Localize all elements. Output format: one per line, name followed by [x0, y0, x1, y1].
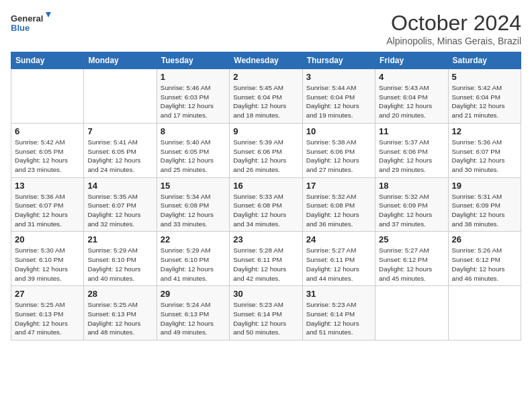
calendar-cell: 19Sunrise: 5:31 AMSunset: 6:09 PMDayligh…	[448, 177, 521, 232]
day-number: 10	[306, 126, 371, 136]
day-info: Sunrise: 5:39 AMSunset: 6:06 PMDaylight:…	[233, 138, 298, 175]
day-info: Sunrise: 5:35 AMSunset: 6:07 PMDaylight:…	[87, 192, 152, 229]
calendar-cell: 5Sunrise: 5:42 AMSunset: 6:04 PMDaylight…	[448, 69, 521, 124]
day-info: Sunrise: 5:26 AMSunset: 6:12 PMDaylight:…	[452, 246, 517, 283]
svg-text:Blue: Blue	[11, 23, 30, 33]
day-number: 26	[452, 234, 517, 244]
calendar-cell: 4Sunrise: 5:43 AMSunset: 6:04 PMDaylight…	[375, 69, 448, 124]
day-info: Sunrise: 5:43 AMSunset: 6:04 PMDaylight:…	[379, 83, 444, 120]
calendar-cell: 17Sunrise: 5:32 AMSunset: 6:08 PMDayligh…	[302, 177, 375, 232]
weekday-header: Thursday	[302, 52, 375, 69]
calendar-cell: 30Sunrise: 5:23 AMSunset: 6:14 PMDayligh…	[230, 286, 302, 340]
day-number: 6	[15, 126, 80, 136]
calendar-cell: 8Sunrise: 5:40 AMSunset: 6:05 PMDaylight…	[157, 123, 229, 177]
calendar-cell: 22Sunrise: 5:29 AMSunset: 6:10 PMDayligh…	[157, 232, 229, 286]
calendar-cell: 18Sunrise: 5:32 AMSunset: 6:09 PMDayligh…	[375, 177, 448, 232]
calendar-week-row: 6Sunrise: 5:42 AMSunset: 6:05 PMDaylight…	[11, 123, 521, 177]
logo: General Blue	[11, 11, 51, 35]
calendar-week-row: 1Sunrise: 5:46 AMSunset: 6:03 PMDaylight…	[11, 69, 521, 124]
day-info: Sunrise: 5:40 AMSunset: 6:05 PMDaylight:…	[161, 138, 226, 175]
day-info: Sunrise: 5:44 AMSunset: 6:04 PMDaylight:…	[306, 83, 371, 120]
day-number: 16	[233, 181, 298, 191]
day-info: Sunrise: 5:45 AMSunset: 6:04 PMDaylight:…	[233, 83, 298, 120]
day-info: Sunrise: 5:41 AMSunset: 6:05 PMDaylight:…	[87, 138, 152, 175]
day-number: 8	[161, 126, 226, 136]
calendar-cell: 24Sunrise: 5:27 AMSunset: 6:11 PMDayligh…	[302, 232, 375, 286]
day-number: 27	[15, 289, 80, 299]
calendar-cell: 13Sunrise: 5:36 AMSunset: 6:07 PMDayligh…	[11, 177, 84, 232]
calendar-cell: 29Sunrise: 5:24 AMSunset: 6:13 PMDayligh…	[157, 286, 229, 340]
logo-svg: General Blue	[11, 11, 51, 35]
month-title: October 2024	[386, 11, 521, 36]
weekday-header-row: SundayMondayTuesdayWednesdayThursdayFrid…	[11, 52, 521, 69]
day-number: 13	[15, 181, 80, 191]
day-number: 3	[306, 72, 371, 82]
calendar-cell	[448, 286, 521, 340]
day-number: 21	[87, 234, 152, 244]
day-info: Sunrise: 5:24 AMSunset: 6:13 PMDaylight:…	[161, 300, 226, 337]
day-info: Sunrise: 5:42 AMSunset: 6:05 PMDaylight:…	[15, 138, 80, 175]
calendar-cell: 10Sunrise: 5:38 AMSunset: 6:06 PMDayligh…	[302, 123, 375, 177]
day-info: Sunrise: 5:27 AMSunset: 6:11 PMDaylight:…	[306, 246, 371, 283]
day-number: 20	[15, 234, 80, 244]
calendar-cell: 31Sunrise: 5:23 AMSunset: 6:14 PMDayligh…	[302, 286, 375, 340]
day-info: Sunrise: 5:32 AMSunset: 6:08 PMDaylight:…	[306, 192, 371, 229]
day-info: Sunrise: 5:25 AMSunset: 6:13 PMDaylight:…	[15, 300, 80, 337]
svg-marker-2	[46, 12, 51, 17]
day-info: Sunrise: 5:36 AMSunset: 6:07 PMDaylight:…	[452, 138, 517, 175]
day-number: 14	[87, 181, 152, 191]
day-info: Sunrise: 5:28 AMSunset: 6:11 PMDaylight:…	[233, 246, 298, 283]
calendar-cell: 28Sunrise: 5:25 AMSunset: 6:13 PMDayligh…	[84, 286, 157, 340]
day-info: Sunrise: 5:34 AMSunset: 6:08 PMDaylight:…	[161, 192, 226, 229]
calendar-cell: 2Sunrise: 5:45 AMSunset: 6:04 PMDaylight…	[230, 69, 302, 124]
day-info: Sunrise: 5:23 AMSunset: 6:14 PMDaylight:…	[306, 300, 371, 337]
calendar-cell: 23Sunrise: 5:28 AMSunset: 6:11 PMDayligh…	[230, 232, 302, 286]
calendar-cell: 7Sunrise: 5:41 AMSunset: 6:05 PMDaylight…	[84, 123, 157, 177]
calendar-table: SundayMondayTuesdayWednesdayThursdayFrid…	[11, 52, 521, 340]
weekday-header: Monday	[84, 52, 157, 69]
day-number: 19	[452, 181, 517, 191]
day-info: Sunrise: 5:27 AMSunset: 6:12 PMDaylight:…	[379, 246, 444, 283]
day-number: 22	[161, 234, 226, 244]
day-info: Sunrise: 5:29 AMSunset: 6:10 PMDaylight:…	[161, 246, 226, 283]
calendar-cell: 3Sunrise: 5:44 AMSunset: 6:04 PMDaylight…	[302, 69, 375, 124]
day-number: 4	[379, 72, 444, 82]
calendar-cell	[84, 69, 157, 124]
title-block: October 2024 Alpinopolis, Minas Gerais, …	[386, 11, 521, 46]
calendar-cell: 12Sunrise: 5:36 AMSunset: 6:07 PMDayligh…	[448, 123, 521, 177]
day-number: 2	[233, 72, 298, 82]
calendar-cell: 9Sunrise: 5:39 AMSunset: 6:06 PMDaylight…	[230, 123, 302, 177]
day-number: 23	[233, 234, 298, 244]
calendar-cell: 11Sunrise: 5:37 AMSunset: 6:06 PMDayligh…	[375, 123, 448, 177]
location: Alpinopolis, Minas Gerais, Brazil	[386, 36, 521, 46]
day-info: Sunrise: 5:32 AMSunset: 6:09 PMDaylight:…	[379, 192, 444, 229]
day-info: Sunrise: 5:36 AMSunset: 6:07 PMDaylight:…	[15, 192, 80, 229]
day-info: Sunrise: 5:38 AMSunset: 6:06 PMDaylight:…	[306, 138, 371, 175]
day-number: 30	[233, 289, 298, 299]
weekday-header: Friday	[375, 52, 448, 69]
calendar-week-row: 20Sunrise: 5:30 AMSunset: 6:10 PMDayligh…	[11, 232, 521, 286]
weekday-header: Tuesday	[157, 52, 229, 69]
day-info: Sunrise: 5:30 AMSunset: 6:10 PMDaylight:…	[15, 246, 80, 283]
day-number: 9	[233, 126, 298, 136]
calendar-cell	[11, 69, 84, 124]
calendar-cell: 26Sunrise: 5:26 AMSunset: 6:12 PMDayligh…	[448, 232, 521, 286]
calendar-week-row: 27Sunrise: 5:25 AMSunset: 6:13 PMDayligh…	[11, 286, 521, 340]
calendar-cell: 20Sunrise: 5:30 AMSunset: 6:10 PMDayligh…	[11, 232, 84, 286]
calendar-cell: 16Sunrise: 5:33 AMSunset: 6:08 PMDayligh…	[230, 177, 302, 232]
day-number: 11	[379, 126, 444, 136]
day-info: Sunrise: 5:46 AMSunset: 6:03 PMDaylight:…	[161, 83, 226, 120]
day-number: 25	[379, 234, 444, 244]
day-number: 31	[306, 289, 371, 299]
day-info: Sunrise: 5:23 AMSunset: 6:14 PMDaylight:…	[233, 300, 298, 337]
day-number: 24	[306, 234, 371, 244]
calendar-cell: 14Sunrise: 5:35 AMSunset: 6:07 PMDayligh…	[84, 177, 157, 232]
calendar-cell	[375, 286, 448, 340]
calendar-cell: 15Sunrise: 5:34 AMSunset: 6:08 PMDayligh…	[157, 177, 229, 232]
day-number: 15	[161, 181, 226, 191]
day-number: 17	[306, 181, 371, 191]
day-info: Sunrise: 5:42 AMSunset: 6:04 PMDaylight:…	[452, 83, 517, 120]
calendar-cell: 6Sunrise: 5:42 AMSunset: 6:05 PMDaylight…	[11, 123, 84, 177]
weekday-header: Wednesday	[230, 52, 302, 69]
day-number: 5	[452, 72, 517, 82]
